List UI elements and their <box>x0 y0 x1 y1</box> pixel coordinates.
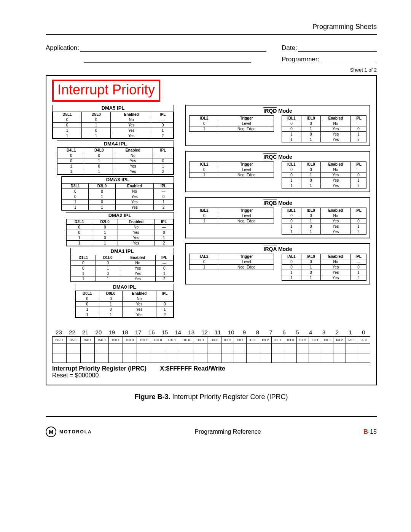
sheet-info: Sheet 1 of 2 <box>46 67 377 73</box>
bit-cell[interactable] <box>109 353 123 363</box>
bit-cell[interactable] <box>309 344 321 353</box>
bit-label: D5L1 <box>53 337 67 344</box>
motorola-logo-icon: M <box>46 427 56 437</box>
bit-cell[interactable] <box>123 353 137 363</box>
bit-cell[interactable] <box>284 344 297 353</box>
bit-cell[interactable] <box>346 344 358 353</box>
bit-cell[interactable] <box>123 344 137 353</box>
bit-cell[interactable] <box>165 353 179 363</box>
figure-text: Interrupt Priority Register Core (IPRC) <box>170 393 288 401</box>
bit-number: 23 <box>52 329 65 335</box>
bit-cell[interactable] <box>358 344 370 353</box>
bit-label: IBL2 <box>297 337 309 344</box>
bit-cell[interactable] <box>137 353 151 363</box>
bit-cell[interactable] <box>234 353 247 363</box>
form-row-1: Application: Date: <box>46 44 377 52</box>
bit-label: IDL2 <box>221 337 234 344</box>
bit-cell[interactable] <box>297 353 309 363</box>
bit-cell[interactable] <box>221 353 234 363</box>
header-section: Programming Sheets <box>46 23 377 31</box>
bit-cell[interactable] <box>193 344 207 353</box>
bit-cell[interactable] <box>179 344 193 353</box>
dma-table-dma3-ipl: DMA3 IPLD3L1D3L0EnabledIPL00No—01Yes010Y… <box>61 176 174 211</box>
bit-cell[interactable] <box>358 353 370 363</box>
date-field[interactable] <box>298 45 377 52</box>
bit-cell[interactable] <box>53 344 67 353</box>
bit-cell[interactable] <box>259 344 272 353</box>
bit-cell[interactable] <box>95 353 109 363</box>
bit-number: 6 <box>277 329 291 335</box>
bit-number: 9 <box>238 329 251 335</box>
bit-cell[interactable] <box>321 344 333 353</box>
bit-row: 23222120191817161514131211109876543210 D… <box>52 329 370 363</box>
programmer-field[interactable] <box>320 56 377 63</box>
application-field[interactable] <box>80 45 266 52</box>
irq-mode-irqa: IRQA ModeIAL2Trigger0Level1Neg. EdgeIAL1… <box>185 243 370 284</box>
bit-cell[interactable] <box>67 344 81 353</box>
bit-number: 17 <box>132 329 145 335</box>
bit-cell[interactable] <box>53 353 67 363</box>
bit-cell[interactable] <box>137 344 151 353</box>
bit-cell[interactable] <box>247 353 259 363</box>
bit-number: 13 <box>185 329 198 335</box>
bit-cell[interactable] <box>221 344 234 353</box>
bit-cell[interactable] <box>207 353 221 363</box>
register-reset: Reset = $000000 <box>52 372 99 379</box>
date-label: Date: <box>282 44 297 52</box>
footer-logo: M MOTOROLA <box>46 427 92 437</box>
bit-cell[interactable] <box>151 353 165 363</box>
bit-cell[interactable] <box>81 353 95 363</box>
bit-cell[interactable] <box>333 353 346 363</box>
footer-page-suffix: -15 <box>368 428 377 435</box>
bit-cell[interactable] <box>179 353 193 363</box>
bit-cell[interactable] <box>81 344 95 353</box>
bit-cell[interactable] <box>272 344 284 353</box>
bit-cell[interactable] <box>321 353 333 363</box>
figure-label: Figure B-3. <box>134 393 170 401</box>
bit-number: 15 <box>158 329 172 335</box>
dma-tables-column: DMA5 IPLD5L1D5L0EnabledIPL00No—01Yes010Y… <box>52 105 174 320</box>
bit-cell[interactable] <box>297 344 309 353</box>
bit-cell[interactable] <box>259 353 272 363</box>
bit-number: 12 <box>198 329 211 335</box>
application-field-2[interactable] <box>84 56 251 63</box>
bit-label: D0L0 <box>207 337 221 344</box>
bit-cell[interactable] <box>333 344 346 353</box>
bit-cell[interactable] <box>272 353 284 363</box>
bit-cell[interactable] <box>309 353 321 363</box>
bit-cell[interactable] <box>346 353 358 363</box>
bit-cell[interactable] <box>67 353 81 363</box>
bit-label: IAL0 <box>358 337 370 344</box>
bit-label: D5L0 <box>67 337 81 344</box>
bit-cell[interactable] <box>234 344 247 353</box>
bit-label: IDL0 <box>247 337 259 344</box>
bit-cell[interactable] <box>247 344 259 353</box>
bottom-rule <box>46 416 377 417</box>
diagram-title: Interrupt Priority <box>52 80 160 102</box>
bit-label: IBL1 <box>309 337 321 344</box>
bit-number: 11 <box>211 329 225 335</box>
bit-cell[interactable] <box>207 344 221 353</box>
programmer-label: Programmer: <box>282 56 319 63</box>
dma-table-dma0-ipl: DMA0 IPLD0L1D0L0EnabledIPL00No—01Yes010Y… <box>75 284 174 318</box>
bit-cell[interactable] <box>151 344 165 353</box>
footer-center: Programming Reference <box>194 428 261 435</box>
bit-label: D3L0 <box>123 337 137 344</box>
bit-label: ICL2 <box>259 337 272 344</box>
diagram-box: Interrupt Priority DMA5 IPLD5L1D5L0Enabl… <box>46 75 377 385</box>
bit-cell[interactable] <box>95 344 109 353</box>
irq-mode-irqb: IRQB ModeIBL2Trigger0Level1Neg. EdgeIBL1… <box>185 197 370 238</box>
bit-cell[interactable] <box>165 344 179 353</box>
dma-table-dma4-ipl: DMA4 IPLD4L1D4L0EnabledIPL00No—01Yes010Y… <box>57 141 174 175</box>
irq-modes-column: IRQD ModeIDL2Trigger0Level1Neg. EdgeIDL1… <box>185 105 370 320</box>
bit-number: 16 <box>145 329 158 335</box>
bit-number: 8 <box>251 329 264 335</box>
bit-number: 20 <box>92 329 105 335</box>
bit-cell[interactable] <box>284 353 297 363</box>
dma-table-dma2-ipl: DMA2 IPLD2L1D2L0EnabledIPL00No—01Yes010Y… <box>66 212 174 246</box>
bit-cell[interactable] <box>193 353 207 363</box>
bit-label: D0L1 <box>193 337 207 344</box>
bit-cell[interactable] <box>109 344 123 353</box>
top-rule <box>46 34 377 35</box>
register-addr: X:$FFFFFF Read/Write <box>160 365 225 372</box>
